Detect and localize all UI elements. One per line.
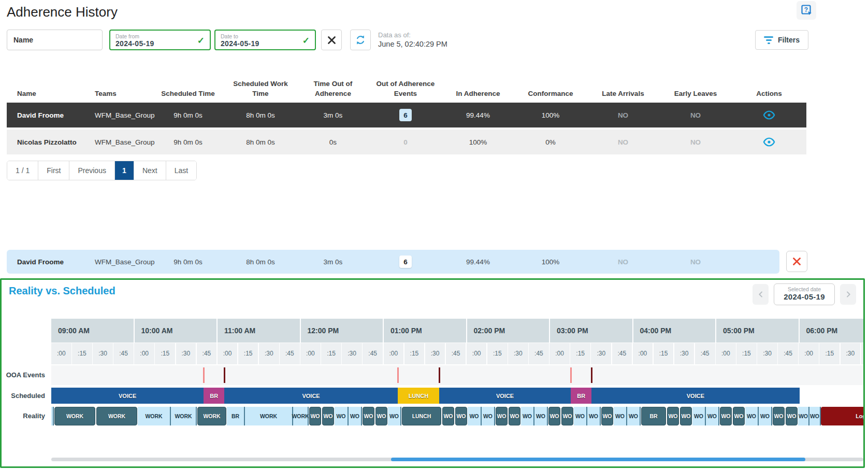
reality-segment[interactable]: WO [720, 407, 732, 425]
table-row[interactable]: David Froome WFM_Base_Group 9h 0m 0s 8h … [7, 103, 806, 127]
previous-day-button[interactable] [753, 284, 769, 305]
reality-segment[interactable]: WO [322, 407, 334, 425]
reality-segment[interactable]: WO [375, 407, 387, 425]
reality-segment[interactable]: WO [534, 407, 548, 425]
col-header-late-arrivals[interactable]: Late Arrivals [587, 68, 659, 101]
date-to-label: Date to [221, 33, 259, 39]
reality-segment[interactable]: WORK [171, 407, 197, 425]
scheduled-segment-lunch[interactable]: LUNCH [398, 388, 439, 404]
eye-icon [762, 108, 776, 122]
pagination-page-1[interactable]: 1 [115, 161, 134, 180]
reality-segment[interactable]: WO [388, 407, 401, 425]
reality-segment[interactable]: WO [667, 407, 679, 425]
col-header-in-adherence[interactable]: In Adherence [442, 68, 514, 101]
reality-segment[interactable]: WO [349, 407, 362, 425]
pagination-first[interactable]: First [38, 161, 69, 180]
reality-segment[interactable]: WO [706, 407, 719, 425]
ooa-event-tick[interactable] [439, 367, 440, 383]
col-header-early-leaves[interactable]: Early Leaves [659, 68, 732, 101]
reality-segment[interactable]: WO [786, 407, 798, 425]
reality-segment[interactable]: WO [745, 407, 759, 425]
reality-segment[interactable]: WO [468, 407, 482, 425]
name-filter-input[interactable] [7, 30, 103, 50]
table-row[interactable]: Nicolas Pizzolatto WFM_Base_Group 9h 0m … [7, 130, 806, 154]
reality-segment[interactable]: WO [587, 407, 601, 425]
help-icon: ? [800, 4, 813, 17]
cell-time-out-of-adherence: 3m 0s [297, 258, 369, 266]
reality-segment[interactable]: WORK [54, 407, 95, 425]
reality-segment[interactable]: WO [809, 407, 821, 425]
reality-segment[interactable]: WO [442, 407, 454, 425]
reality-segment[interactable]: WO [455, 407, 467, 425]
view-details-button[interactable] [762, 108, 776, 122]
next-day-button[interactable] [840, 284, 856, 305]
ooa-event-tick[interactable] [591, 367, 592, 383]
refresh-button[interactable] [350, 30, 371, 50]
pagination-previous[interactable]: Previous [69, 161, 114, 180]
ooa-event-tick[interactable] [224, 367, 225, 383]
reality-segment[interactable]: WO [627, 407, 641, 425]
col-header-conformance[interactable]: Conformance [514, 68, 587, 101]
reality-segment[interactable]: WO [335, 407, 349, 425]
filter-funnel-icon [764, 36, 773, 44]
col-header-out-of-adherence-events[interactable]: Out of Adherence Events [369, 68, 442, 101]
reality-segment[interactable]: WORK [96, 407, 137, 425]
ooa-event-tick[interactable] [570, 367, 572, 383]
scheduled-segment-voice[interactable]: VOICE [51, 388, 204, 404]
reality-segment[interactable]: WO [601, 407, 613, 425]
reality-segment[interactable]: WO [309, 407, 321, 425]
close-selected-agent-button[interactable] [786, 251, 807, 272]
scheduled-segment-br[interactable]: BR [571, 388, 591, 404]
reality-segment[interactable] [51, 407, 54, 425]
filters-button[interactable]: Filters [755, 30, 808, 50]
reality-segment[interactable]: WO [733, 407, 745, 425]
reality-segment[interactable]: WO [692, 407, 706, 425]
reality-segment[interactable]: WO [773, 407, 785, 425]
col-header-time-out-of-adherence[interactable]: Time Out of Adherence [297, 68, 369, 101]
date-from-field[interactable]: Date from 2024-05-19 ✓ [109, 30, 211, 50]
date-to-field[interactable]: Date to 2024-05-19 ✓ [214, 30, 316, 50]
help-button[interactable]: ? [797, 1, 816, 20]
reality-segment[interactable]: WO [680, 407, 692, 425]
scheduled-segment-voice[interactable]: VOICE [439, 388, 571, 404]
reality-segment[interactable]: WO [496, 407, 508, 425]
close-icon [792, 257, 801, 266]
scheduled-segment-br[interactable]: BR [204, 388, 224, 404]
scheduled-segment-voice[interactable]: VOICE [224, 388, 397, 404]
reality-segment[interactable]: Log Out - [821, 407, 863, 425]
reality-segment[interactable]: WO [482, 407, 495, 425]
ooa-event-tick[interactable] [397, 367, 399, 383]
clear-filters-button[interactable] [321, 30, 342, 50]
reality-segment[interactable]: WORK [293, 407, 309, 425]
pagination-last[interactable]: Last [166, 161, 196, 180]
pagination-next[interactable]: Next [134, 161, 166, 180]
reality-segment[interactable]: WO [521, 407, 534, 425]
selected-date-field[interactable]: Selected date 2024-05-19 [774, 283, 835, 305]
col-header-scheduled-work-time[interactable]: Scheduled Work Time [224, 68, 297, 101]
reality-segment[interactable]: WO [548, 407, 560, 425]
timeline-scrollbar-thumb[interactable] [391, 458, 805, 461]
reality-segment[interactable]: WO [509, 407, 520, 425]
reality-segment[interactable]: WO [363, 407, 374, 425]
col-header-scheduled-time[interactable]: Scheduled Time [152, 68, 224, 101]
view-details-button[interactable] [762, 135, 776, 149]
reality-segment[interactable]: WORK [245, 407, 293, 425]
col-header-name[interactable]: Name [7, 68, 84, 101]
reality-segment[interactable]: WO [574, 407, 587, 425]
cell-actions [732, 108, 806, 122]
ooa-events-row: OOA Events [2, 365, 863, 385]
col-header-teams[interactable]: Teams [84, 68, 152, 101]
timeline-scrollbar-track[interactable] [51, 458, 863, 461]
cell-late-arrivals: NO [587, 111, 659, 119]
reality-segment[interactable]: WO [759, 407, 772, 425]
reality-segment[interactable]: BR [227, 407, 245, 425]
reality-segment[interactable]: WO [614, 407, 627, 425]
reality-segment[interactable]: WO [798, 407, 809, 425]
reality-segment[interactable]: BR [641, 407, 666, 425]
scheduled-segment-voice[interactable]: VOICE [591, 388, 799, 404]
ooa-event-tick[interactable] [203, 367, 205, 383]
reality-segment[interactable]: WO [561, 407, 573, 425]
reality-segment[interactable]: LUNCH [402, 407, 441, 425]
reality-segment[interactable]: WORK [138, 407, 171, 425]
reality-segment[interactable]: WORK [197, 407, 226, 425]
